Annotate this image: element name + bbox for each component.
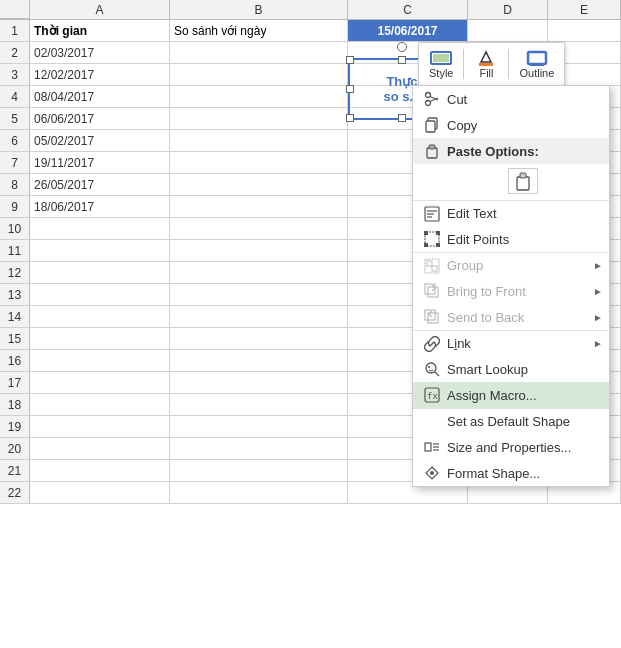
cell[interactable] xyxy=(170,372,348,393)
cell[interactable] xyxy=(170,482,348,503)
menu-item-send-back: Send to Back ► xyxy=(413,304,609,330)
cell[interactable] xyxy=(30,306,170,327)
cell-b8[interactable] xyxy=(170,174,348,195)
menu-item-copy[interactable]: Copy xyxy=(413,112,609,138)
cell-a6[interactable]: 05/02/2017 xyxy=(30,130,170,151)
cell-b4[interactable] xyxy=(170,86,348,107)
cell[interactable] xyxy=(30,262,170,283)
row-header: 6 xyxy=(0,130,30,151)
svg-rect-25 xyxy=(427,261,432,266)
row-header: 14 xyxy=(0,306,30,327)
svg-rect-1 xyxy=(433,54,449,62)
cell[interactable] xyxy=(170,218,348,239)
style-label: Style xyxy=(429,67,453,79)
menu-item-edit-points[interactable]: Edit Points xyxy=(413,226,609,252)
style-button[interactable]: Style xyxy=(425,47,457,81)
cell-b7[interactable] xyxy=(170,152,348,173)
cell[interactable] xyxy=(30,482,170,503)
svg-rect-4 xyxy=(530,63,544,66)
menu-item-edit-text[interactable]: Edit Text xyxy=(413,200,609,226)
cell-b9[interactable] xyxy=(170,196,348,217)
link-label: Link xyxy=(447,336,471,351)
cell[interactable] xyxy=(170,394,348,415)
set-default-label: Set as Default Shape xyxy=(447,414,570,429)
cell-a8[interactable]: 26/05/2017 xyxy=(30,174,170,195)
svg-point-41 xyxy=(430,471,434,475)
cell[interactable] xyxy=(30,372,170,393)
cell-b3[interactable] xyxy=(170,64,348,85)
edit-points-label: Edit Points xyxy=(447,232,509,247)
cell[interactable] xyxy=(30,394,170,415)
cell[interactable] xyxy=(170,306,348,327)
cell[interactable] xyxy=(30,240,170,261)
cell[interactable] xyxy=(170,416,348,437)
cell-b5[interactable] xyxy=(170,108,348,129)
cell-a9[interactable]: 18/06/2017 xyxy=(30,196,170,217)
fill-button[interactable]: Fill xyxy=(470,47,502,81)
cell[interactable] xyxy=(30,438,170,459)
svg-rect-13 xyxy=(517,177,529,190)
cell-a7[interactable]: 19/11/2017 xyxy=(30,152,170,173)
fill-icon xyxy=(474,49,498,67)
row-header: 13 xyxy=(0,284,30,305)
cell[interactable] xyxy=(30,218,170,239)
rotate-handle[interactable] xyxy=(397,42,407,52)
svg-rect-2 xyxy=(479,63,493,66)
cell-a1[interactable]: Thời gian xyxy=(30,20,170,41)
svg-point-5 xyxy=(426,93,431,98)
row-header: 1 xyxy=(0,20,30,41)
menu-item-set-default[interactable]: Set as Default Shape xyxy=(413,408,609,434)
fill-label: Fill xyxy=(479,67,493,79)
row-header: 8 xyxy=(0,174,30,195)
cell[interactable] xyxy=(30,416,170,437)
cell[interactable] xyxy=(170,240,348,261)
menu-item-smart-lookup[interactable]: Smart Lookup xyxy=(413,356,609,382)
outline-button[interactable]: Outline xyxy=(515,47,558,81)
menu-item-cut[interactable]: Cut xyxy=(413,86,609,112)
menu-item-format-shape[interactable]: Format Shape... xyxy=(413,460,609,486)
edit-text-label: Edit Text xyxy=(447,206,497,221)
cell[interactable] xyxy=(170,262,348,283)
resize-handle-ml[interactable] xyxy=(346,85,354,93)
cell-b2[interactable] xyxy=(170,42,348,63)
cell-a4[interactable]: 08/04/2017 xyxy=(30,86,170,107)
menu-item-paste-header: Paste Options: xyxy=(413,138,609,164)
cell[interactable] xyxy=(170,284,348,305)
cell[interactable] xyxy=(30,328,170,349)
macro-icon: fx xyxy=(421,387,443,403)
resize-handle-bl[interactable] xyxy=(346,114,354,122)
menu-item-size-properties[interactable]: Size and Properties... xyxy=(413,434,609,460)
paste-options-label: Paste Options: xyxy=(447,144,539,159)
cut-label: Cut xyxy=(447,92,467,107)
cell-a2[interactable]: 02/03/2017 xyxy=(30,42,170,63)
menu-item-link[interactable]: Link ► xyxy=(413,330,609,356)
row-header: 19 xyxy=(0,416,30,437)
resize-handle-tl[interactable] xyxy=(346,56,354,64)
cell[interactable] xyxy=(170,460,348,481)
copy-label: Copy xyxy=(447,118,477,133)
cell-b1[interactable]: So sánh với ngày xyxy=(170,20,348,41)
submenu-arrow-icon: ► xyxy=(593,260,603,271)
cell[interactable] xyxy=(30,350,170,371)
cell-c1[interactable]: 15/06/2017 xyxy=(348,20,468,41)
resize-handle-bm[interactable] xyxy=(398,114,406,122)
cell-e1[interactable] xyxy=(548,20,621,41)
size-properties-icon xyxy=(421,439,443,455)
format-shape-label: Format Shape... xyxy=(447,466,540,481)
column-headers: A B C D E xyxy=(0,0,621,20)
cell[interactable] xyxy=(170,350,348,371)
cell-a3[interactable]: 12/02/2017 xyxy=(30,64,170,85)
cell-b6[interactable] xyxy=(170,130,348,151)
cell[interactable] xyxy=(30,460,170,481)
svg-rect-14 xyxy=(520,173,526,178)
paste-sub-icon[interactable] xyxy=(508,168,538,194)
cell[interactable] xyxy=(30,284,170,305)
svg-rect-3 xyxy=(528,52,546,64)
menu-item-assign-macro[interactable]: fx Assign Macro... xyxy=(413,382,609,408)
cell-a5[interactable]: 06/06/2017 xyxy=(30,108,170,129)
cell-d1[interactable] xyxy=(468,20,548,41)
resize-handle-tm[interactable] xyxy=(398,56,406,64)
cell[interactable] xyxy=(170,438,348,459)
paste-header-icon xyxy=(421,143,443,159)
cell[interactable] xyxy=(170,328,348,349)
